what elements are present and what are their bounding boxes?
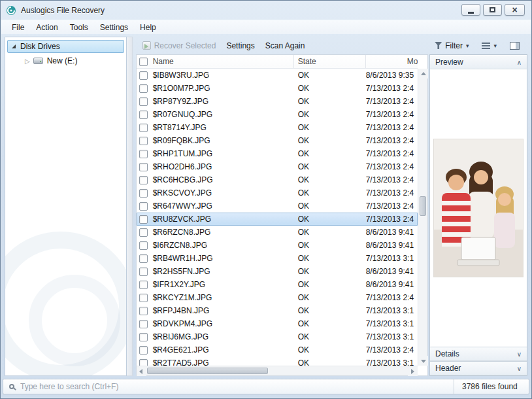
menu-file[interactable]: File [6, 20, 30, 34]
row-checkbox[interactable] [139, 228, 148, 237]
sidebar-item-disk-drives[interactable]: Disk Drives [7, 40, 124, 53]
row-checkbox[interactable] [139, 150, 148, 158]
table-row[interactable]: $RKSCVOY.JPG OK 7/13/2013 2:4 [137, 186, 418, 200]
scroll-down-arrow[interactable] [418, 356, 428, 366]
tree-expanded-icon[interactable] [12, 44, 16, 48]
row-checkbox[interactable] [139, 137, 148, 145]
table-row[interactable]: $RHO2DH6.JPG OK 7/13/2013 2:4 [137, 160, 418, 173]
horizontal-scroll-thumb[interactable] [147, 368, 268, 374]
row-checkbox[interactable] [139, 268, 148, 276]
row-checkbox[interactable] [139, 202, 148, 211]
table-row[interactable]: $R647WWY.JPG OK 7/13/2013 2:4 [137, 200, 418, 213]
sidebar-scrollbar[interactable] [127, 37, 133, 376]
file-state-cell: OK [294, 201, 366, 211]
table-row[interactable]: $RFPJ4BN.JPG OK 7/13/2013 3:1 [137, 304, 418, 317]
row-checkbox[interactable] [139, 359, 148, 366]
vertical-scroll-thumb[interactable] [420, 196, 426, 216]
filter-button[interactable]: Filter ▾ [429, 39, 474, 53]
row-checkbox[interactable] [139, 71, 148, 80]
row-checkbox[interactable] [139, 163, 148, 171]
file-modified-cell: 8/6/2013 9:41 [366, 280, 418, 289]
file-name-cell: $RDVKPM4.JPG [152, 319, 294, 328]
header-section-label: Header [435, 364, 461, 373]
table-row[interactable]: $RKCYZ1M.JPG OK 7/13/2013 2:4 [137, 291, 418, 304]
search-input[interactable]: Type here to search (Ctrl+F) [20, 382, 454, 391]
file-list-header: Name State Modified [137, 55, 418, 69]
table-row[interactable]: $RU8ZVCK.JPG OK 7/13/2013 2:4 [137, 213, 418, 226]
maximize-icon [490, 7, 495, 12]
table-row[interactable]: $IB8W3RU.JPG OK 8/6/2013 9:35 [137, 69, 418, 82]
row-checkbox[interactable] [139, 307, 148, 315]
table-row[interactable]: $RB4WR1H.JPG OK 7/13/2013 3:1 [137, 252, 418, 265]
maximize-button[interactable] [483, 4, 502, 16]
view-mode-button[interactable]: ▾ [476, 40, 502, 52]
row-checkbox[interactable] [139, 97, 148, 106]
column-header-modified[interactable]: Modified [366, 57, 418, 66]
details-section-header[interactable]: Details ∨ [430, 347, 527, 361]
row-checkbox[interactable] [139, 176, 148, 184]
menu-tools[interactable]: Tools [64, 20, 94, 34]
search-bar: Type here to search (Ctrl+F) 3786 files … [3, 379, 529, 394]
table-row[interactable]: $R2HS5FN.JPG OK 8/6/2013 9:41 [137, 265, 418, 278]
file-name-cell: $R1O0M7P.JPG [152, 84, 294, 93]
row-checkbox[interactable] [139, 241, 148, 250]
file-list: Name State Modified $IB8W3RU.JPG OK 8/6/… [136, 54, 428, 376]
column-header-name[interactable]: Name [152, 55, 294, 68]
titlebar[interactable]: Auslogics File Recovery × [1, 1, 531, 20]
table-row[interactable]: $R6RZCN8.JPG OK 8/6/2013 9:41 [137, 226, 418, 239]
table-row[interactable]: $R2T7AD5.JPG OK 7/13/2013 3:1 [137, 356, 418, 366]
table-row[interactable]: $RP87Y9Z.JPG OK 7/13/2013 2:4 [137, 95, 418, 108]
select-all-checkbox[interactable] [139, 58, 148, 66]
preview-section-header[interactable]: Preview ∧ [430, 55, 527, 69]
row-checkbox[interactable] [139, 320, 148, 328]
scan-again-button[interactable]: Scan Again [260, 39, 310, 53]
row-checkbox[interactable] [139, 333, 148, 341]
table-row[interactable]: $RHP1TUM.JPG OK 7/13/2013 2:4 [137, 147, 418, 160]
menu-help[interactable]: Help [134, 20, 162, 34]
settings-button[interactable]: Settings [221, 39, 259, 53]
file-modified-cell: 7/13/2013 2:4 [366, 149, 418, 158]
file-state-cell: OK [294, 358, 366, 366]
table-row[interactable]: $RBIJ6MG.JPG OK 7/13/2013 3:1 [137, 330, 418, 343]
file-name-cell: $IB8W3RU.JPG [152, 71, 294, 80]
app-window: Auslogics File Recovery × FileActionTool… [0, 0, 532, 399]
tree-collapsed-icon[interactable]: ▷ [25, 58, 30, 65]
row-checkbox[interactable] [139, 294, 148, 302]
scroll-up-arrow[interactable] [418, 69, 428, 78]
row-checkbox[interactable] [139, 346, 148, 355]
horizontal-scrollbar[interactable] [137, 366, 418, 375]
table-row[interactable]: $I6RZCN8.JPG OK 8/6/2013 9:41 [137, 239, 418, 252]
table-row[interactable]: $R07GNUQ.JPG OK 7/13/2013 2:4 [137, 108, 418, 121]
table-row[interactable]: $IFR1X2Y.JPG OK 8/6/2013 9:41 [137, 278, 418, 291]
table-row[interactable]: $R4GE621.JPG OK 7/13/2013 2:4 [137, 343, 418, 356]
close-button[interactable]: × [505, 4, 525, 16]
row-checkbox[interactable] [139, 254, 148, 263]
chevron-up-icon: ∧ [517, 59, 522, 66]
row-checkbox[interactable] [139, 84, 148, 93]
table-row[interactable]: $RC6HCBG.JPG OK 7/13/2013 2:4 [137, 173, 418, 186]
row-checkbox[interactable] [139, 111, 148, 119]
sidebar-item-new-e[interactable]: ▷ New (E:) [5, 54, 126, 67]
header-section-header[interactable]: Header ∨ [430, 361, 527, 375]
recover-selected-button[interactable]: Recover Selected [137, 39, 222, 53]
row-checkbox[interactable] [139, 215, 148, 224]
table-row[interactable]: $R1O0M7P.JPG OK 7/13/2013 2:4 [137, 82, 418, 95]
scroll-left-arrow[interactable] [137, 366, 146, 376]
menu-settings[interactable]: Settings [94, 20, 134, 34]
vertical-scrollbar[interactable] [418, 69, 427, 366]
file-state-cell: OK [294, 345, 366, 355]
preview-pane-toggle-button[interactable] [505, 39, 525, 52]
table-row[interactable]: $RDVKPM4.JPG OK 7/13/2013 3:1 [137, 317, 418, 330]
recover-selected-label: Recover Selected [154, 41, 216, 50]
table-row[interactable]: $RT8714Y.JPG OK 7/13/2013 2:4 [137, 121, 418, 134]
recover-icon [142, 41, 151, 50]
minimize-button[interactable] [461, 4, 480, 16]
file-state-cell: OK [294, 97, 366, 106]
column-header-state[interactable]: State [294, 55, 366, 68]
menu-action[interactable]: Action [30, 20, 63, 34]
row-checkbox[interactable] [139, 189, 148, 198]
row-checkbox[interactable] [139, 124, 148, 132]
row-checkbox[interactable] [139, 281, 148, 289]
scroll-right-arrow[interactable] [408, 366, 418, 376]
table-row[interactable]: $R09FQBK.JPG OK 7/13/2013 2:4 [137, 134, 418, 147]
